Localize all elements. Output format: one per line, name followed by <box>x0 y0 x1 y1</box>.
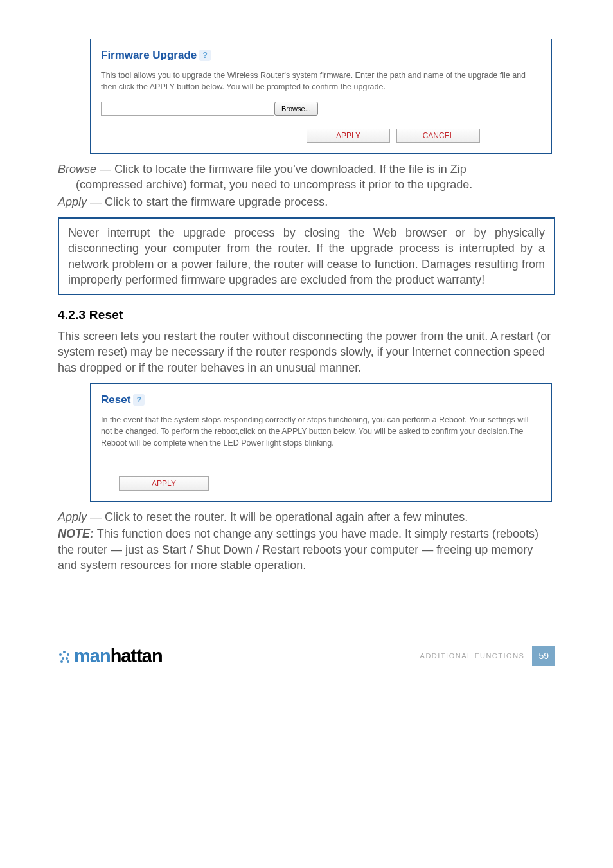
brand-logo: manhattan <box>58 644 163 669</box>
help-icon[interactable]: ? <box>199 50 211 61</box>
firmware-button-row: APPLY CANCEL <box>101 129 541 143</box>
reset-panel: Reset ? In the event that the system sto… <box>90 383 552 502</box>
page-number: 59 <box>532 646 555 666</box>
note-label: NOTE: <box>58 527 94 540</box>
reset-apply-definition: Apply — Click to reset the router. It wi… <box>58 509 555 525</box>
reset-title-row: Reset ? <box>101 393 145 408</box>
footer-right: ADDITIONAL FUNCTIONS 59 <box>420 646 555 666</box>
firmware-title-row: Firmware Upgrade ? <box>101 48 211 63</box>
brand-suffix: hattan <box>111 646 163 666</box>
apply-definition: Apply — Click to start the firmware upgr… <box>58 194 555 210</box>
apply-term: Apply <box>58 195 87 208</box>
browse-def-line1: — Click to locate the firmware file you'… <box>96 163 466 176</box>
note-body: This function does not change any settin… <box>58 527 538 572</box>
reset-title: Reset <box>101 393 130 408</box>
page-footer: manhattan ADDITIONAL FUNCTIONS 59 <box>58 644 555 669</box>
help-icon[interactable]: ? <box>133 394 145 406</box>
brand-prefix: man <box>74 646 111 666</box>
firmware-description: This tool allows you to upgrade the Wire… <box>101 69 541 93</box>
note-paragraph: NOTE: This function does not change any … <box>58 526 555 573</box>
firmware-title: Firmware Upgrade <box>101 48 197 63</box>
apply-def-line: — Click to start the firmware upgrade pr… <box>87 195 328 208</box>
browse-button[interactable]: Browse... <box>274 102 318 116</box>
firmware-file-input[interactable] <box>101 102 274 116</box>
cancel-button[interactable]: CANCEL <box>396 129 480 143</box>
browse-def-line2: (compressed archive) format, you need to… <box>58 177 555 192</box>
logo-dots-icon <box>58 649 72 664</box>
footer-section-label: ADDITIONAL FUNCTIONS <box>420 651 525 661</box>
firmware-upgrade-panel: Firmware Upgrade ? This tool allows you … <box>90 39 552 154</box>
warning-box: Never interrupt the upgrade process by c… <box>58 217 555 295</box>
reset-button-row: APPLY <box>101 475 541 491</box>
browse-term: Browse <box>58 163 96 176</box>
file-select-row: Browse... <box>101 102 541 116</box>
apply-button[interactable]: APPLY <box>119 476 209 491</box>
reset-apply-line: — Click to reset the router. It will be … <box>87 511 468 523</box>
browse-definition: Browse — Click to locate the firmware fi… <box>58 161 555 193</box>
reset-intro: This screen lets you restart the router … <box>58 329 555 375</box>
brand-text: manhattan <box>74 644 163 669</box>
apply-button[interactable]: APPLY <box>306 129 390 143</box>
reset-heading: 4.2.3 Reset <box>58 307 555 323</box>
reset-apply-term: Apply <box>58 511 87 523</box>
reset-description: In the event that the system stops respo… <box>101 414 541 449</box>
